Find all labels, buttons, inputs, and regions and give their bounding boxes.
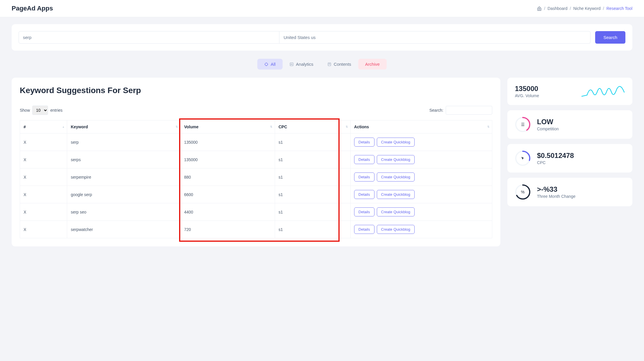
search-label: Search: bbox=[429, 108, 443, 113]
suggestions-table: #▲ Keyword⇅ Volume⇅ CPC⇅ Actions⇅ Xserp1… bbox=[20, 120, 492, 238]
table-row: Xserpempire880s1DetailsCreate Quickblog bbox=[20, 168, 492, 186]
cell-keyword: google serp bbox=[67, 186, 181, 203]
table-row: Xserp135000s1DetailsCreate Quickblog bbox=[20, 134, 492, 151]
create-quickblog-button[interactable]: Create Quickblog bbox=[377, 138, 415, 147]
cursor-icon bbox=[521, 156, 525, 160]
tabs: All Analytics Contents Archive bbox=[12, 59, 632, 70]
cell-x[interactable]: X bbox=[20, 221, 67, 238]
table-row: Xserps135000s1DetailsCreate Quickblog bbox=[20, 151, 492, 168]
cell-keyword: serps bbox=[67, 151, 181, 168]
cell-volume: 6600 bbox=[181, 186, 275, 203]
tab-label: All bbox=[271, 62, 276, 67]
breadcrumb: / Dashboard / Niche Keyword / Research T… bbox=[537, 6, 632, 11]
search-button[interactable]: Search bbox=[595, 31, 625, 44]
table-controls: Show 10 entries Search: bbox=[20, 106, 492, 115]
stat-cpc-label: CPC bbox=[537, 160, 625, 165]
create-quickblog-button[interactable]: Create Quickblog bbox=[377, 225, 415, 234]
stat-volume-label: AVG. Volume bbox=[515, 93, 575, 98]
create-quickblog-button[interactable]: Create Quickblog bbox=[377, 155, 415, 164]
stat-competition-label: Competition bbox=[537, 127, 625, 131]
stat-competition: ☰ LOW Competition bbox=[507, 110, 632, 139]
cell-cpc: s1 bbox=[275, 151, 350, 168]
sparkline-icon bbox=[581, 84, 625, 99]
stat-change-label: Three Month Change bbox=[537, 194, 625, 199]
breadcrumb-dashboard[interactable]: Dashboard bbox=[547, 6, 568, 11]
cell-volume: 720 bbox=[181, 221, 275, 238]
col-hash[interactable]: #▲ bbox=[20, 120, 67, 134]
cell-keyword: serpempire bbox=[67, 168, 181, 186]
table-search-input[interactable] bbox=[446, 106, 492, 115]
stat-volume-value: 135000 bbox=[515, 85, 575, 93]
tab-all[interactable]: All bbox=[257, 59, 283, 70]
col-cpc[interactable]: CPC⇅ bbox=[275, 120, 350, 134]
topbar: PageAd Apps / Dashboard / Niche Keyword … bbox=[0, 0, 644, 17]
cell-actions: DetailsCreate Quickblog bbox=[350, 134, 492, 151]
stat-cpc-value: $0.5012478 bbox=[537, 152, 625, 160]
country-input[interactable] bbox=[279, 31, 591, 44]
col-keyword[interactable]: Keyword⇅ bbox=[67, 120, 181, 134]
cell-actions: DetailsCreate Quickblog bbox=[350, 203, 492, 221]
stat-cpc: $0.5012478 CPC bbox=[507, 144, 632, 173]
show-entries: Show 10 entries bbox=[20, 106, 63, 115]
tab-contents[interactable]: Contents bbox=[320, 59, 358, 70]
target-icon bbox=[264, 62, 268, 66]
search-card: Search bbox=[12, 24, 632, 51]
cell-volume: 135000 bbox=[181, 151, 275, 168]
breadcrumb-research-tool[interactable]: Research Tool bbox=[606, 6, 632, 11]
home-icon[interactable] bbox=[537, 6, 542, 11]
table-row: Xserpwatcher720s1DetailsCreate Quickblog bbox=[20, 221, 492, 238]
change-ring: % bbox=[515, 184, 531, 200]
col-actions[interactable]: Actions⇅ bbox=[350, 120, 492, 134]
cell-x[interactable]: X bbox=[20, 134, 67, 151]
details-button[interactable]: Details bbox=[354, 190, 374, 199]
col-volume[interactable]: Volume⇅ bbox=[181, 120, 275, 134]
cell-cpc: s1 bbox=[275, 186, 350, 203]
details-button[interactable]: Details bbox=[354, 155, 374, 164]
table-row: Xserp seo4400s1DetailsCreate Quickblog bbox=[20, 203, 492, 221]
keyword-input[interactable] bbox=[19, 31, 279, 44]
stat-competition-value: LOW bbox=[537, 118, 625, 126]
tab-analytics[interactable]: Analytics bbox=[283, 59, 320, 70]
cell-x[interactable]: X bbox=[20, 203, 67, 221]
details-button[interactable]: Details bbox=[354, 173, 374, 182]
cpc-ring bbox=[515, 150, 531, 166]
cell-x[interactable]: X bbox=[20, 168, 67, 186]
competition-ring: ☰ bbox=[515, 117, 531, 132]
app-title: PageAd Apps bbox=[12, 5, 53, 12]
cell-cpc: s1 bbox=[275, 203, 350, 221]
tab-label: Archive bbox=[365, 62, 380, 67]
table-row: Xgoogle serp6600s1DetailsCreate Quickblo… bbox=[20, 186, 492, 203]
stat-change-value: >-%33 bbox=[537, 185, 625, 193]
cell-x[interactable]: X bbox=[20, 186, 67, 203]
stat-change: % >-%33 Three Month Change bbox=[507, 178, 632, 206]
details-button[interactable]: Details bbox=[354, 225, 374, 234]
show-label-post: entries bbox=[50, 108, 63, 113]
stat-volume: 135000 AVG. Volume bbox=[507, 78, 632, 105]
cell-actions: DetailsCreate Quickblog bbox=[350, 221, 492, 238]
svg-point-0 bbox=[265, 63, 267, 65]
breadcrumb-niche-keyword[interactable]: Niche Keyword bbox=[573, 6, 601, 11]
create-quickblog-button[interactable]: Create Quickblog bbox=[377, 190, 415, 199]
entries-select[interactable]: 10 bbox=[32, 106, 48, 115]
cell-volume: 135000 bbox=[181, 134, 275, 151]
tab-label: Contents bbox=[334, 62, 351, 67]
cell-actions: DetailsCreate Quickblog bbox=[350, 151, 492, 168]
list-icon: ☰ bbox=[521, 122, 525, 127]
details-button[interactable]: Details bbox=[354, 138, 374, 147]
show-label-pre: Show bbox=[20, 108, 30, 113]
cell-cpc: s1 bbox=[275, 134, 350, 151]
table-search: Search: bbox=[429, 106, 492, 115]
cell-cpc: s1 bbox=[275, 168, 350, 186]
details-button[interactable]: Details bbox=[354, 207, 374, 216]
document-icon bbox=[327, 62, 331, 66]
percent-icon: % bbox=[521, 190, 525, 194]
suggestions-card: Keyword Suggestions For Serp Show 10 ent… bbox=[12, 78, 500, 246]
tab-label: Analytics bbox=[296, 62, 313, 67]
create-quickblog-button[interactable]: Create Quickblog bbox=[377, 207, 415, 216]
create-quickblog-button[interactable]: Create Quickblog bbox=[377, 173, 415, 182]
breadcrumb-sep: / bbox=[570, 6, 571, 11]
cell-actions: DetailsCreate Quickblog bbox=[350, 168, 492, 186]
cell-x[interactable]: X bbox=[20, 151, 67, 168]
breadcrumb-sep: / bbox=[603, 6, 604, 11]
tab-archive[interactable]: Archive bbox=[358, 59, 387, 70]
